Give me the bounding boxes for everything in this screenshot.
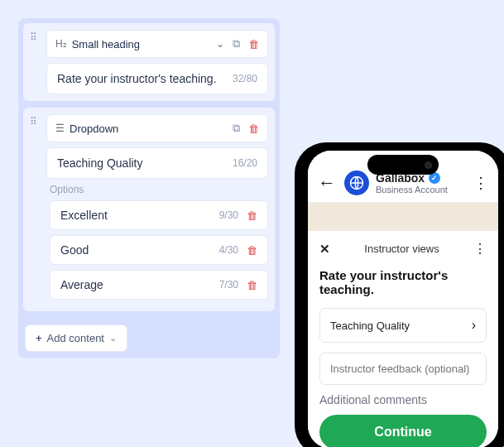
delete-icon[interactable]: 🗑: [248, 38, 259, 50]
add-content-button[interactable]: + Add content ⌄: [25, 324, 127, 352]
duplicate-icon[interactable]: ⧉: [233, 122, 240, 135]
plus-icon: +: [36, 332, 42, 344]
sheet-title: Instructor views: [330, 243, 473, 255]
delete-icon[interactable]: 🗑: [247, 279, 257, 291]
delete-icon[interactable]: 🗑: [247, 209, 257, 222]
sheet-prompt: Rate your instructor's teaching.: [319, 268, 487, 296]
options-label: Options: [50, 184, 268, 195]
add-content-label: Add content: [47, 332, 104, 344]
option-text: Good: [60, 243, 219, 257]
additional-comments-label: Additional comments: [319, 393, 487, 406]
char-counter: 4/30: [219, 244, 238, 256]
block-type-row: H₂ Small heading ⌄ ⧉ 🗑: [46, 30, 268, 58]
duplicate-icon[interactable]: ⧉: [233, 37, 240, 50]
heading-block: H₂ Small heading ⌄ ⧉ 🗑 Rate your instruc…: [23, 23, 275, 101]
char-counter: 7/30: [219, 279, 238, 291]
dropdown-block: ☰ Dropdown ⧉ 🗑 Teaching Quality 16/20 Op…: [23, 108, 275, 311]
chevron-right-icon: ›: [472, 318, 476, 333]
block-type-row: ☰ Dropdown ⧉ 🗑: [46, 114, 268, 142]
list-icon: ☰: [55, 123, 65, 134]
heading-type-icon: H₂: [55, 38, 67, 50]
heading-text: Rate your instructor's teaching.: [57, 72, 233, 85]
textarea-placeholder: Instructor feedback (optional): [330, 363, 469, 375]
option-row[interactable]: Good 4/30 🗑: [50, 235, 268, 265]
char-counter: 9/30: [219, 209, 238, 221]
form-editor: H₂ Small heading ⌄ ⧉ 🗑 Rate your instruc…: [18, 18, 280, 358]
phone-notch: [367, 155, 439, 175]
continue-button[interactable]: Continue: [319, 415, 487, 447]
heading-text-input[interactable]: Rate your instructor's teaching. 32/80: [46, 63, 268, 94]
option-text: Average: [60, 278, 219, 291]
feedback-textarea[interactable]: Instructor feedback (optional): [319, 353, 487, 385]
dropdown-title-input[interactable]: Teaching Quality 16/20: [46, 147, 268, 179]
block-type-select[interactable]: Small heading: [72, 38, 211, 50]
back-icon[interactable]: ←: [318, 172, 336, 194]
globe-icon: [349, 175, 364, 190]
kebab-icon[interactable]: ⋮: [473, 174, 488, 192]
chat-background: [308, 203, 498, 231]
kebab-icon[interactable]: ⋮: [473, 241, 487, 257]
teaching-quality-select[interactable]: Teaching Quality ›: [319, 308, 487, 343]
char-counter: 32/80: [233, 73, 257, 84]
phone-screen: ← Gallabox ✓ Business Account ⋮ ✕ Instru…: [308, 151, 498, 447]
delete-icon[interactable]: 🗑: [247, 244, 257, 257]
dropdown-title: Teaching Quality: [57, 156, 233, 170]
chevron-down-icon[interactable]: ⌄: [216, 38, 224, 50]
drag-handle-icon[interactable]: [30, 116, 37, 127]
phone-frame: ← Gallabox ✓ Business Account ⋮ ✕ Instru…: [300, 142, 504, 447]
char-counter: 16/20: [233, 157, 257, 169]
chat-title-group: Gallabox ✓ Business Account: [376, 171, 448, 195]
drag-handle-icon[interactable]: [30, 31, 37, 43]
option-row[interactable]: Excellent 9/30 🗑: [50, 200, 268, 230]
sheet-header: ✕ Instructor views ⋮: [319, 241, 487, 257]
bottom-sheet: ✕ Instructor views ⋮ Rate your instructo…: [308, 231, 498, 447]
camera-dot: [425, 161, 432, 169]
select-label: Teaching Quality: [330, 320, 410, 332]
delete-icon[interactable]: 🗑: [248, 123, 259, 135]
option-row[interactable]: Average 7/30 🗑: [50, 270, 268, 300]
close-icon[interactable]: ✕: [319, 242, 330, 257]
chevron-down-icon: ⌄: [109, 333, 117, 344]
avatar[interactable]: [344, 171, 369, 195]
chat-subtitle: Business Account: [376, 185, 448, 195]
option-text: Excellent: [60, 209, 219, 222]
block-type-label: Dropdown: [70, 123, 224, 135]
